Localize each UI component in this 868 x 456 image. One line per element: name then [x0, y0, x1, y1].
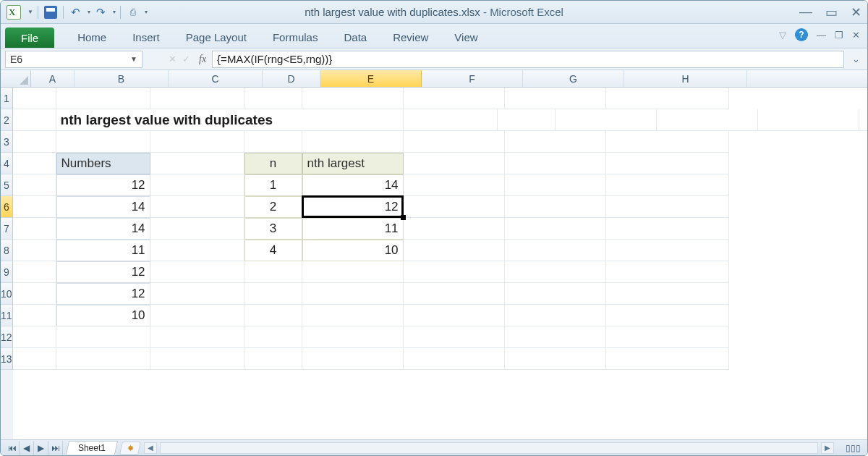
cell-B12[interactable]	[56, 326, 150, 348]
fx-button[interactable]: fx	[199, 54, 206, 65]
row-header-12[interactable]: 12	[1, 326, 13, 348]
cell-C7[interactable]	[150, 218, 244, 240]
cell-A2[interactable]	[13, 109, 56, 131]
row-header-9[interactable]: 9	[1, 261, 13, 283]
cell-F2[interactable]	[657, 109, 758, 131]
tab-insert[interactable]: Insert	[119, 28, 173, 48]
cell-D11[interactable]	[244, 305, 302, 326]
row-header-13[interactable]: 13	[1, 348, 13, 370]
name-box-dropdown-icon[interactable]: ▼	[130, 55, 137, 63]
cell-F4[interactable]	[404, 153, 505, 174]
view-shortcut-normal[interactable]: ▯▯▯	[838, 443, 867, 453]
cell-H11[interactable]	[606, 305, 729, 326]
cell-E5[interactable]: 14	[302, 174, 404, 196]
help-button[interactable]: ?	[795, 28, 808, 41]
cell-H9[interactable]	[606, 261, 729, 283]
cell-E3[interactable]	[302, 131, 404, 153]
cell-E4[interactable]: nth largest	[302, 153, 404, 174]
cell-C8[interactable]	[150, 240, 244, 261]
cell-E11[interactable]	[302, 305, 404, 326]
cell-B1[interactable]	[56, 88, 150, 109]
row-header-7[interactable]: 7	[1, 218, 13, 240]
cell-H4[interactable]	[606, 153, 729, 174]
cell-C13[interactable]	[150, 348, 244, 370]
cell-B8[interactable]: 11	[56, 240, 150, 261]
qat-customize-dropdown[interactable]: ▾	[145, 9, 148, 15]
formula-input[interactable]: {=MAX(IF(rng<E5,rng))}	[212, 51, 844, 68]
minimize-button[interactable]: ―	[799, 4, 812, 20]
cell-G13[interactable]	[505, 348, 606, 370]
cell-H8[interactable]	[606, 240, 729, 261]
cell-B13[interactable]	[56, 348, 150, 370]
row-header-8[interactable]: 8	[1, 240, 13, 261]
cell-G9[interactable]	[505, 261, 606, 283]
row-header-10[interactable]: 10	[1, 283, 13, 305]
cell-A4[interactable]	[13, 153, 56, 174]
col-header-A[interactable]: A	[31, 70, 75, 87]
cell-D8[interactable]: 4	[244, 240, 302, 261]
cell-A6[interactable]	[13, 196, 56, 218]
maximize-button[interactable]: ▭	[825, 4, 838, 20]
cell-D12[interactable]	[244, 326, 302, 348]
cell-F13[interactable]	[404, 348, 505, 370]
select-all-button[interactable]	[1, 70, 31, 87]
cell-E12[interactable]	[302, 326, 404, 348]
cell-E13[interactable]	[302, 348, 404, 370]
cell-C2[interactable]	[404, 109, 498, 131]
cell-C4[interactable]	[150, 153, 244, 174]
undo-dropdown[interactable]: ▾	[88, 9, 90, 15]
cell-G2[interactable]	[758, 109, 859, 131]
cell-H6[interactable]	[606, 196, 729, 218]
excel-app-icon[interactable]	[7, 5, 21, 20]
cell-E10[interactable]	[302, 283, 404, 305]
cell-B3[interactable]	[56, 131, 150, 153]
sheet-nav-prev[interactable]: ◀	[20, 441, 34, 455]
cell-F11[interactable]	[404, 305, 505, 326]
cell-C6[interactable]	[150, 196, 244, 218]
cell-F8[interactable]	[404, 240, 505, 261]
cell-D6[interactable]: 2	[244, 196, 302, 218]
name-box[interactable]: E6 ▼	[5, 51, 142, 68]
new-sheet-button[interactable]: ✸	[119, 442, 141, 455]
cell-F1[interactable]	[404, 88, 505, 109]
col-header-G[interactable]: G	[523, 70, 624, 87]
cell-A12[interactable]	[13, 326, 56, 348]
cell-C11[interactable]	[150, 305, 244, 326]
undo-button[interactable]: ↶	[68, 4, 84, 20]
cell-G10[interactable]	[505, 283, 606, 305]
cell-H3[interactable]	[606, 131, 729, 153]
cell-E8[interactable]: 10	[302, 240, 404, 261]
cell-H13[interactable]	[606, 348, 729, 370]
cell-C9[interactable]	[150, 261, 244, 283]
tab-page-layout[interactable]: Page Layout	[173, 28, 260, 48]
fill-handle[interactable]	[401, 215, 406, 220]
cell-A1[interactable]	[13, 88, 56, 109]
cell-F9[interactable]	[404, 261, 505, 283]
col-header-H[interactable]: H	[624, 70, 747, 87]
workbook-close-button[interactable]: ✕	[852, 30, 860, 41]
cell-A3[interactable]	[13, 131, 56, 153]
redo-button[interactable]: ↷	[93, 4, 109, 20]
cell-G12[interactable]	[505, 326, 606, 348]
cell-H7[interactable]	[606, 218, 729, 240]
qat-app-dropdown[interactable]: ▼	[27, 9, 33, 15]
row-header-6[interactable]: 6	[1, 196, 13, 218]
redo-dropdown[interactable]: ▾	[113, 9, 116, 15]
col-header-F[interactable]: F	[422, 70, 523, 87]
cell-G1[interactable]	[505, 88, 606, 109]
cell-A10[interactable]	[13, 283, 56, 305]
cell-E9[interactable]	[302, 261, 404, 283]
row-header-4[interactable]: 4	[1, 153, 13, 174]
tab-home[interactable]: Home	[64, 28, 119, 48]
cell-H5[interactable]	[606, 174, 729, 196]
cell-H1[interactable]	[606, 88, 729, 109]
row-header-2[interactable]: 2	[1, 109, 13, 131]
tab-data[interactable]: Data	[331, 28, 380, 48]
cell-B4[interactable]: Numbers	[56, 153, 150, 174]
workbook-minimize-button[interactable]: ―	[817, 30, 826, 41]
cell-D13[interactable]	[244, 348, 302, 370]
formula-bar-expand-button[interactable]: ⌄	[848, 54, 863, 64]
qat-print-button[interactable]: ⎙	[125, 4, 141, 20]
cell-G11[interactable]	[505, 305, 606, 326]
cell-D3[interactable]	[244, 131, 302, 153]
